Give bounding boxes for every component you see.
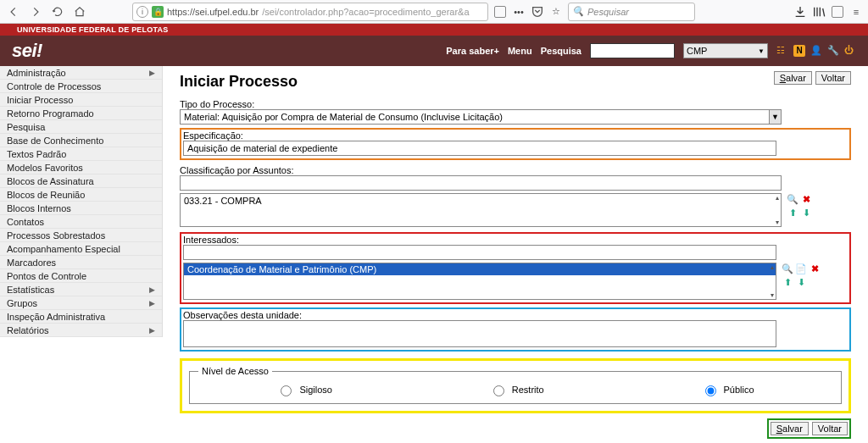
news-icon[interactable]: N bbox=[793, 45, 805, 57]
edit-icon[interactable]: 📄 bbox=[795, 263, 807, 274]
header-menu[interactable]: Menu bbox=[508, 46, 532, 56]
tipo-select[interactable]: Material: Aquisição por Compra de Materi… bbox=[180, 109, 782, 125]
sidebar-item-16[interactable]: Estatísticas▶ bbox=[0, 283, 162, 296]
voltar-button-bottom[interactable]: Voltar bbox=[812, 422, 848, 435]
scroll-down-icon[interactable]: ▾ bbox=[771, 291, 776, 299]
header-parasaber[interactable]: Para saber+ bbox=[446, 46, 499, 56]
sidebar-item-19[interactable]: Relatórios▶ bbox=[0, 324, 162, 337]
sidebar-item-9[interactable]: Blocos de Reunião bbox=[0, 188, 162, 202]
especificacao-input[interactable]: Aquisição de material de expediente bbox=[183, 141, 776, 156]
sidebar-item-label: Iniciar Processo bbox=[7, 93, 73, 107]
radio-sigiloso-input[interactable] bbox=[281, 385, 292, 396]
user-icon[interactable]: 👤 bbox=[810, 45, 822, 57]
sidebar-item-10[interactable]: Blocos Internos bbox=[0, 202, 162, 215]
url-bar[interactable]: i 🔒 https://sei.ufpel.edu.br/sei/control… bbox=[132, 3, 488, 21]
move-up-icon[interactable]: ⬆ bbox=[782, 276, 793, 288]
site-info-icon[interactable]: i bbox=[136, 6, 148, 18]
search-icon[interactable]: 🔍 bbox=[787, 193, 798, 205]
remove-icon[interactable]: ✖ bbox=[800, 193, 812, 205]
sidebar-item-11[interactable]: Contatos bbox=[0, 215, 162, 229]
sidebar-item-7[interactable]: Modelos Favoritos bbox=[0, 161, 162, 174]
sidebar-item-label: Pesquisa bbox=[7, 120, 45, 134]
voltar-button-top[interactable]: Voltar bbox=[815, 71, 851, 85]
browser-search[interactable]: 🔍 Pesquisar bbox=[568, 3, 695, 21]
sidebar-item-8[interactable]: Blocos de Assinatura bbox=[0, 174, 162, 188]
sidebar-item-label: Controle de Processos bbox=[7, 80, 101, 93]
classificacao-input[interactable] bbox=[180, 175, 782, 191]
sidebar-item-label: Blocos Internos bbox=[7, 202, 71, 215]
more-icon[interactable]: ••• bbox=[512, 5, 526, 19]
home-button[interactable] bbox=[71, 3, 88, 20]
label-observacoes: Observações desta unidade: bbox=[183, 310, 848, 320]
sidebar-item-6[interactable]: Textos Padrão bbox=[0, 147, 162, 161]
sidebar-item-2[interactable]: Iniciar Processo bbox=[0, 93, 162, 107]
radio-sigiloso[interactable]: Sigiloso bbox=[276, 383, 332, 396]
sidebar-item-14[interactable]: Marcadores bbox=[0, 256, 162, 269]
reader-icon[interactable] bbox=[493, 5, 507, 19]
radio-restrito[interactable]: Restrito bbox=[489, 383, 544, 396]
sidebar-item-18[interactable]: Inspeção Administrativa bbox=[0, 310, 162, 324]
sidebar-item-label: Blocos de Reunião bbox=[7, 188, 85, 202]
radio-publico-input[interactable] bbox=[705, 385, 716, 396]
sidebar-item-5[interactable]: Base de Conhecimento bbox=[0, 134, 162, 147]
scroll-up-icon[interactable]: ▴ bbox=[776, 194, 781, 202]
controls-icon[interactable]: ☷ bbox=[776, 45, 788, 57]
sidebar-icon[interactable] bbox=[831, 5, 844, 19]
university-bar: UNIVERSIDADE FEDERAL DE PELOTAS bbox=[0, 24, 868, 36]
observacoes-input[interactable] bbox=[183, 320, 776, 347]
search-icon[interactable]: 🔍 bbox=[782, 263, 793, 274]
move-down-icon[interactable]: ⬇ bbox=[795, 276, 807, 288]
sidebar-item-17[interactable]: Grupos▶ bbox=[0, 296, 162, 310]
unit-select[interactable]: CMP ▼ bbox=[683, 43, 768, 58]
label-tipo: Tipo do Processo: bbox=[180, 99, 851, 109]
menu-icon[interactable]: ≡ bbox=[849, 5, 863, 19]
sidebar-item-label: Inspeção Administrativa bbox=[7, 310, 105, 324]
salvar-button-top[interactable]: Salvar bbox=[774, 71, 812, 85]
move-up-icon[interactable]: ⬆ bbox=[787, 207, 798, 219]
sidebar-item-1[interactable]: Controle de Processos bbox=[0, 80, 162, 93]
sidebar-item-label: Grupos bbox=[7, 296, 37, 310]
move-down-icon[interactable]: ⬇ bbox=[800, 207, 812, 219]
sidebar-item-0[interactable]: Administração▶ bbox=[0, 66, 162, 80]
radio-publico[interactable]: Público bbox=[701, 383, 754, 396]
sidebar-item-label: Acompanhamento Especial bbox=[7, 242, 120, 256]
scroll-down-icon[interactable]: ▾ bbox=[776, 219, 781, 226]
header-search-input[interactable] bbox=[590, 43, 675, 58]
logout-icon[interactable]: ⏻ bbox=[844, 45, 856, 57]
classificacao-item[interactable]: 033.21 - COMPRA bbox=[181, 194, 781, 208]
classificacao-list[interactable]: 033.21 - COMPRA ▴▾ bbox=[180, 193, 782, 227]
header-pesquisa[interactable]: Pesquisa bbox=[541, 46, 581, 56]
sidebar-item-3[interactable]: Retorno Programado bbox=[0, 107, 162, 120]
reload-button[interactable] bbox=[49, 3, 66, 20]
bookmark-star-icon[interactable]: ☆ bbox=[549, 5, 563, 19]
sidebar-item-13[interactable]: Acompanhamento Especial bbox=[0, 242, 162, 256]
radio-restrito-input[interactable] bbox=[493, 385, 504, 396]
sidebar-item-label: Processos Sobrestados bbox=[7, 229, 105, 242]
pocket-icon[interactable] bbox=[531, 5, 544, 19]
salvar-button-bottom[interactable]: Salvar bbox=[771, 422, 809, 435]
highlight-nivel: Nível de Acesso Sigiloso Restrito Públic… bbox=[180, 358, 851, 413]
url-host: https://sei.ufpel.edu.br bbox=[167, 7, 259, 17]
url-path: /sei/controlador.php?acao=procedimento_g… bbox=[262, 7, 469, 17]
sidebar-item-label: Pontos de Controle bbox=[7, 269, 86, 283]
back-button[interactable] bbox=[5, 3, 22, 20]
sidebar-item-label: Contatos bbox=[7, 215, 44, 229]
library-icon[interactable] bbox=[812, 5, 826, 19]
app-logo[interactable]: sei! bbox=[12, 40, 42, 62]
chevron-down-icon: ▼ bbox=[769, 110, 781, 124]
interessados-item[interactable]: Coordenação de Material e Patrimônio (CM… bbox=[184, 263, 776, 275]
sidebar-item-label: Blocos de Assinatura bbox=[7, 174, 94, 188]
sidebar-item-12[interactable]: Processos Sobrestados bbox=[0, 229, 162, 242]
downloads-icon[interactable] bbox=[793, 5, 807, 19]
forward-button[interactable] bbox=[27, 3, 44, 20]
interessados-input[interactable] bbox=[183, 245, 776, 260]
chevron-right-icon: ▶ bbox=[149, 66, 155, 80]
scroll-up-icon[interactable]: ▴ bbox=[771, 263, 776, 271]
settings-icon[interactable]: 🔧 bbox=[827, 45, 839, 57]
lock-icon: 🔒 bbox=[152, 6, 164, 18]
sidebar-item-15[interactable]: Pontos de Controle bbox=[0, 269, 162, 283]
sidebar-item-4[interactable]: Pesquisa bbox=[0, 120, 162, 134]
remove-icon[interactable]: ✖ bbox=[809, 263, 821, 274]
page-title: Iniciar Processo bbox=[180, 73, 851, 91]
interessados-list[interactable]: Coordenação de Material e Patrimônio (CM… bbox=[183, 263, 776, 300]
